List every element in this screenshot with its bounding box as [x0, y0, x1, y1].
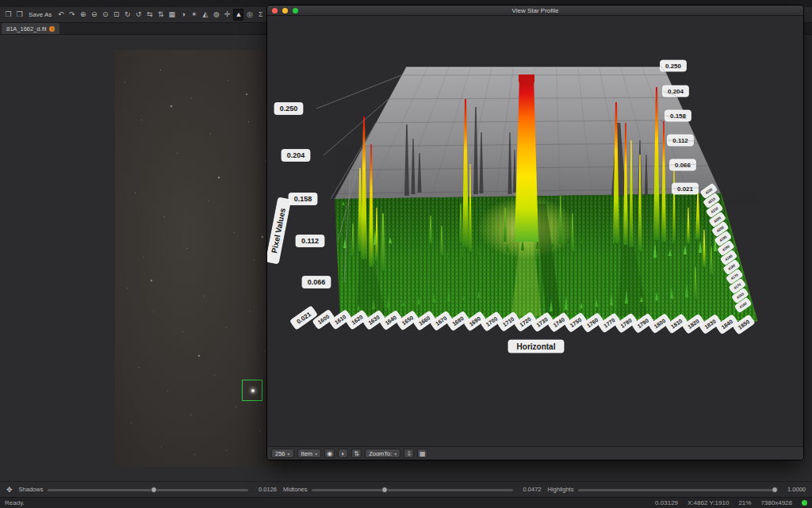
- tab-close-icon[interactable]: x: [49, 26, 55, 32]
- connection-led: [802, 500, 807, 506]
- zoom-default-icon[interactable]: ⊙: [100, 9, 110, 21]
- selection-type-select[interactable]: Item▾: [297, 449, 322, 458]
- undo-icon[interactable]: ↶: [56, 9, 66, 21]
- midtones-slider[interactable]: [312, 486, 512, 494]
- shadows-value: 0.0126: [253, 486, 277, 493]
- debayer-icon[interactable]: ▦: [167, 9, 177, 21]
- auto-stretch-icon[interactable]: ▲: [233, 9, 243, 21]
- sample-size-select[interactable]: 256▾: [271, 449, 294, 458]
- save-file-icon[interactable]: ❒: [14, 9, 25, 21]
- redo-icon[interactable]: ↷: [67, 9, 77, 21]
- midtones-label: Midtones: [283, 486, 307, 493]
- tab-fits-file[interactable]: 81A_1662_d.fit x: [2, 23, 59, 34]
- contrast-toggle-icon[interactable]: ◐: [338, 449, 348, 458]
- svg-text:0.250: 0.250: [280, 105, 298, 113]
- image-resolution: 7380x4928: [760, 499, 792, 506]
- zoom-out-icon[interactable]: ⊖: [89, 9, 99, 21]
- dialog-titlebar[interactable]: View Star Profile: [267, 6, 803, 16]
- pin-icon[interactable]: ◉: [324, 449, 335, 458]
- highlights-slider[interactable]: [578, 486, 777, 494]
- midtones-value: 0.0472: [518, 486, 542, 493]
- shadows-slider[interactable]: [48, 486, 248, 494]
- value-tick-label: 0.066: [302, 277, 331, 288]
- zoom-window-icon[interactable]: [293, 8, 298, 13]
- rotate-right-icon[interactable]: ↻: [122, 9, 132, 21]
- mark-stars-icon[interactable]: ✶: [189, 9, 199, 21]
- zoom-to-select[interactable]: ZoomTo:▾: [365, 449, 400, 458]
- objects-icon[interactable]: ◎: [244, 9, 255, 21]
- minimize-window-icon[interactable]: [282, 8, 288, 13]
- x-axis-title: Horizontal: [508, 340, 564, 353]
- value-tick-label: 0.112: [296, 235, 324, 247]
- status-bar: Ready. 0.03129 X:4862 Y:1910 21% 7380x49…: [0, 497, 812, 508]
- chevron-down-icon: ▾: [315, 451, 317, 456]
- crosshair-icon[interactable]: ✛: [222, 9, 232, 21]
- rotate-left-icon[interactable]: ↺: [133, 9, 144, 21]
- flip-vertical-icon[interactable]: ⇅: [155, 9, 166, 21]
- value-tick-label: 0.158: [665, 110, 691, 121]
- value-tick-label: 0.204: [663, 86, 689, 97]
- value-tick-label: 0.250: [661, 60, 687, 71]
- highlights-group: Highlights 1.0000: [548, 486, 806, 494]
- show-clipping-icon[interactable]: ◭: [200, 9, 210, 21]
- chevron-down-icon: ▾: [394, 451, 396, 456]
- pixel-value: 0.03129: [655, 499, 678, 506]
- zoom-level: 21%: [738, 499, 751, 506]
- zoom-in-icon[interactable]: ⊕: [78, 9, 88, 21]
- svg-text:0.112: 0.112: [301, 237, 319, 245]
- star-profile-dialog[interactable]: 0.2500.2040.1580.1120.0660.0210.2500.204…: [267, 6, 803, 460]
- statistics-icon[interactable]: Σ: [255, 9, 266, 21]
- eq-grid-icon[interactable]: ◍: [211, 9, 221, 21]
- svg-text:0.250: 0.250: [665, 63, 682, 70]
- highlights-value: 1.0000: [782, 486, 806, 493]
- star-profile-3d-plot[interactable]: 0.2500.2040.1580.1120.0660.0210.2500.204…: [267, 6, 803, 460]
- selected-star: [251, 389, 255, 392]
- zoom-fit-icon[interactable]: ⊡: [111, 9, 121, 21]
- tab-label: 81A_1662_d.fit: [6, 25, 46, 32]
- grid-toggle-icon[interactable]: ▦: [417, 449, 427, 458]
- value-tick-label: 0.204: [282, 150, 310, 162]
- svg-text:Horizontal: Horizontal: [517, 342, 556, 351]
- svg-text:0.066: 0.066: [308, 278, 326, 286]
- fits-image[interactable]: [115, 50, 285, 467]
- cursor-coords: X:4862 Y:1910: [688, 499, 729, 506]
- flip-horizontal-icon[interactable]: ⇆: [144, 9, 155, 21]
- close-window-icon[interactable]: [272, 8, 278, 13]
- star-selection-box[interactable]: [242, 380, 262, 401]
- svg-text:0.204: 0.204: [287, 151, 305, 159]
- svg-text:0.066: 0.066: [675, 162, 691, 169]
- svg-text:0.204: 0.204: [668, 88, 684, 95]
- svg-text:0.021: 0.021: [677, 185, 694, 193]
- shadows-group: Shadows 0.0126: [19, 486, 277, 494]
- pan-icon[interactable]: ✥: [6, 486, 13, 494]
- contrast-icon[interactable]: ◑: [178, 9, 188, 21]
- value-tick-label: 0.158: [289, 193, 317, 205]
- highlights-label: Highlights: [548, 486, 574, 493]
- screen: KStars FITS Viewer ❐❒Save As↶↷⊕⊖⊙⊡↻↺⇆⇅▦◑…: [0, 0, 812, 508]
- shadows-label: Shadows: [19, 486, 44, 493]
- svg-text:0.158: 0.158: [294, 195, 312, 203]
- value-tick-label: 0.250: [274, 103, 303, 115]
- midtones-group: Midtones 0.0472: [283, 486, 541, 494]
- bright-star-layer: [115, 50, 117, 52]
- status-message: Ready.: [5, 499, 25, 506]
- vertical-range-icon[interactable]: ⇅: [351, 449, 362, 458]
- dialog-title: View Star Profile: [267, 6, 803, 16]
- open-file-icon[interactable]: ❐: [3, 9, 13, 21]
- chevron-down-icon: ▾: [288, 451, 290, 456]
- dialog-toolbar: 256▾ Item▾ ◉◐⇅ ZoomTo:▾ ⇩▦: [267, 446, 803, 460]
- save-as-button[interactable]: Save As: [25, 9, 55, 21]
- export-icon[interactable]: ⇩: [404, 449, 414, 458]
- stretch-controls-bar: ✥ Shadows 0.0126 Midtones 0.0472 Highlig…: [0, 481, 812, 497]
